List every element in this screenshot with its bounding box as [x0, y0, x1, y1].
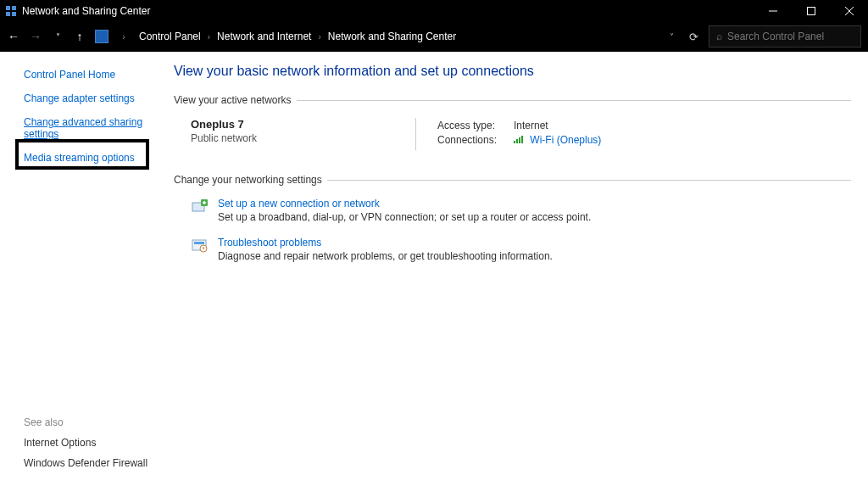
- chevron-right-icon: ›: [208, 32, 210, 42]
- active-network-row: Oneplus 7 Public network Access type: In…: [174, 118, 851, 150]
- search-icon: ⌕: [716, 31, 722, 42]
- active-networks-section-header: View your active networks: [174, 94, 851, 106]
- sidebar-link-media-streaming[interactable]: Media streaming options: [24, 152, 157, 164]
- network-type: Public network: [191, 132, 415, 144]
- network-details: Access type: Internet Connections: Wi-Fi…: [415, 118, 601, 150]
- back-button[interactable]: ←: [7, 30, 20, 43]
- setting-title[interactable]: Set up a new connection or network: [218, 198, 591, 209]
- breadcrumb-item[interactable]: Control Panel: [139, 31, 201, 42]
- new-connection-icon: [191, 198, 218, 223]
- window-controls: [754, 0, 868, 21]
- section-divider: [327, 180, 851, 181]
- sidebar-footer-firewall[interactable]: Windows Defender Firewall: [24, 457, 157, 469]
- setting-troubleshoot: Troubleshoot problems Diagnose and repai…: [174, 237, 851, 262]
- control-panel-icon: [95, 30, 108, 43]
- svg-rect-1: [12, 6, 16, 10]
- address-toolbar: ← → ˅ ↑ › Control Panel › Network and In…: [0, 21, 868, 52]
- sidebar-link-advanced-sharing[interactable]: Change advanced sharing settings: [24, 116, 157, 140]
- svg-rect-5: [807, 7, 815, 14]
- sidebar-link-adapter[interactable]: Change adapter settings: [24, 92, 157, 104]
- titlebar: Network and Sharing Center: [0, 0, 868, 21]
- search-input[interactable]: [727, 31, 854, 42]
- breadcrumb: Control Panel › Network and Internet › N…: [139, 31, 456, 42]
- minimize-button[interactable]: [754, 0, 792, 21]
- connections-value: Wi-Fi (Oneplus): [530, 134, 601, 146]
- setting-title[interactable]: Troubleshoot problems: [218, 237, 553, 249]
- sidebar-link-home[interactable]: Control Panel Home: [24, 69, 157, 81]
- page-heading: View your basic network information and …: [174, 64, 851, 79]
- forward-button[interactable]: →: [29, 30, 42, 43]
- network-identity: Oneplus 7 Public network: [191, 118, 415, 150]
- breadcrumb-item[interactable]: Network and Internet: [217, 31, 311, 42]
- section-title: Change your networking settings: [174, 174, 322, 186]
- breadcrumb-sep-icon: ›: [117, 32, 131, 42]
- svg-rect-2: [6, 12, 10, 16]
- setting-desc: Diagnose and repair network problems, or…: [218, 250, 553, 262]
- address-dropdown-button[interactable]: ˅: [665, 32, 678, 42]
- svg-rect-0: [6, 6, 10, 10]
- app-icon: [5, 5, 17, 17]
- close-button[interactable]: [830, 0, 868, 21]
- up-button[interactable]: ↑: [73, 30, 86, 43]
- maximize-button[interactable]: [792, 0, 830, 21]
- connections-link[interactable]: Wi-Fi (Oneplus): [514, 134, 601, 146]
- access-type-label: Access type:: [437, 120, 505, 131]
- window-title: Network and Sharing Center: [22, 5, 754, 17]
- setting-new-connection: Set up a new connection or network Set u…: [174, 198, 851, 223]
- section-title: View your active networks: [174, 94, 292, 106]
- main-panel: View your basic network information and …: [165, 52, 868, 486]
- section-divider: [297, 100, 851, 101]
- see-also-heading: See also: [24, 416, 157, 428]
- recent-locations-button[interactable]: ˅: [51, 32, 64, 42]
- sidebar-footer-internet-options[interactable]: Internet Options: [24, 437, 157, 449]
- access-type-value: Internet: [514, 120, 548, 131]
- wifi-signal-icon: [514, 135, 525, 143]
- svg-rect-11: [194, 242, 204, 244]
- chevron-right-icon: ›: [318, 32, 320, 42]
- networking-settings-section-header: Change your networking settings: [174, 174, 851, 186]
- refresh-button[interactable]: ⟳: [687, 31, 700, 43]
- svg-rect-3: [12, 12, 16, 16]
- network-name: Oneplus 7: [191, 118, 415, 131]
- search-box[interactable]: ⌕: [709, 25, 861, 47]
- connections-label: Connections:: [437, 134, 505, 146]
- sidebar: Control Panel Home Change adapter settin…: [0, 52, 165, 486]
- breadcrumb-item[interactable]: Network and Sharing Center: [328, 31, 456, 42]
- content-area: Control Panel Home Change adapter settin…: [0, 52, 868, 486]
- troubleshoot-icon: [191, 237, 218, 262]
- setting-desc: Set up a broadband, dial-up, or VPN conn…: [218, 211, 591, 223]
